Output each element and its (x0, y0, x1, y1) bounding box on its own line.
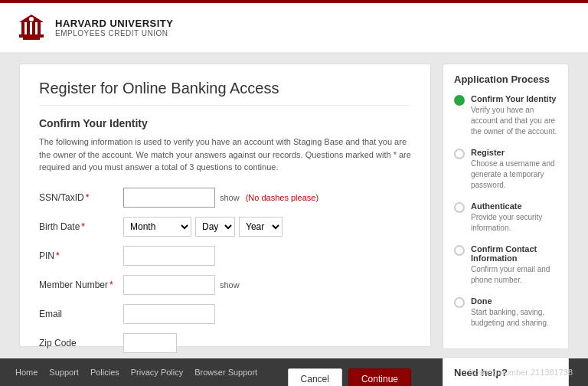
step-dot-2 (454, 149, 465, 159)
harvard-logo-icon (15, 11, 47, 44)
member-number-label: Member Number* (39, 280, 123, 290)
member-number-show-link[interactable]: show (220, 280, 240, 290)
ssn-row: SSN/TaxID* show (No dashes please) (39, 188, 411, 208)
logo-text: HARVARD UNIVERSITY EMPLOYEES CREDIT UNIO… (55, 18, 173, 38)
zip-row: Zip Code (39, 333, 411, 353)
month-select[interactable]: Month JanuaryFebruaryMarch AprilMayJune … (123, 217, 191, 237)
step-title-5: Done (471, 296, 557, 306)
routing-number: Routing number 211381738 (469, 368, 573, 377)
step-title-1: Confirm Your Identity (471, 94, 557, 103)
step-content-5: Done Start banking, saving, budgeting an… (471, 296, 557, 329)
main-area: Register for Online Banking Access Confi… (0, 52, 588, 358)
footer-home[interactable]: Home (15, 368, 38, 377)
step-desc-5: Start banking, saving, budgeting and sha… (471, 307, 557, 329)
birthdate-label: Birth Date* (39, 221, 123, 232)
zip-input[interactable] (123, 333, 177, 353)
zip-label: Zip Code (39, 338, 123, 348)
svg-rect-6 (23, 38, 40, 40)
step-desc-1: Verify you have an account and that you … (471, 105, 557, 137)
step-dot-3 (454, 202, 465, 213)
application-process-section: Application Process Confirm Your Identit… (443, 64, 569, 349)
footer-support[interactable]: Support (49, 368, 79, 377)
logo-line1: HARVARD UNIVERSITY (55, 18, 173, 29)
ssn-label: SSN/TaxID* (39, 192, 123, 203)
birthdate-row: Birth Date* Month JanuaryFebruaryMarch A… (39, 217, 411, 237)
application-process-title: Application Process (454, 74, 557, 85)
step-content-2: Register Choose a username and generate … (471, 148, 557, 191)
pin-label: PIN* (39, 250, 123, 261)
ssn-show-link[interactable]: show (220, 193, 240, 202)
continue-button[interactable]: Continue (348, 368, 411, 387)
svg-rect-3 (32, 22, 35, 34)
logo-line2: EMPLOYEES CREDIT UNION (55, 29, 173, 38)
step-authenticate: Authenticate Provide your security infor… (454, 201, 557, 234)
step-contact-info: Confirm Contact Information Confirm your… (454, 244, 557, 286)
svg-rect-2 (27, 22, 30, 34)
svg-point-7 (29, 17, 34, 21)
step-content-1: Confirm Your Identity Verify you have an… (471, 94, 557, 137)
step-register: Register Choose a username and generate … (454, 148, 557, 191)
member-number-row: Member Number* show (39, 275, 411, 295)
step-content-3: Authenticate Provide your security infor… (471, 201, 557, 234)
pin-row: PIN* (39, 246, 411, 266)
sidebar: Application Process Confirm Your Identit… (443, 64, 569, 347)
step-done: Done Start banking, saving, budgeting an… (454, 296, 557, 329)
step-title-3: Authenticate (471, 201, 557, 211)
ssn-input[interactable] (123, 188, 215, 208)
header: HARVARD UNIVERSITY EMPLOYEES CREDIT UNIO… (0, 0, 588, 52)
form-description: The following information is used to ver… (39, 136, 411, 174)
step-dot-1 (454, 95, 465, 106)
step-title-2: Register (471, 148, 557, 157)
email-input[interactable] (123, 304, 215, 324)
footer-policies[interactable]: Policies (90, 368, 119, 377)
member-number-input[interactable] (123, 275, 215, 295)
step-dot-5 (454, 297, 465, 308)
ssn-hint: (No dashes please) (246, 193, 318, 202)
footer-browser-support[interactable]: Browser Support (194, 368, 257, 377)
email-row: Email (39, 304, 411, 324)
email-label: Email (39, 309, 123, 319)
step-desc-2: Choose a username and generate a tempora… (471, 159, 557, 191)
cancel-button[interactable]: Cancel (288, 368, 342, 387)
year-select[interactable]: Year 202420232010 200019901980 197019601… (239, 217, 283, 237)
section-title: Confirm Your Identity (39, 117, 411, 129)
date-selects: Month JanuaryFebruaryMarch AprilMayJune … (123, 217, 283, 237)
pin-input[interactable] (123, 246, 215, 266)
svg-rect-0 (19, 34, 44, 38)
step-desc-3: Provide your security information. (471, 212, 557, 234)
day-select[interactable]: Day 12345 678910 1112131415 1617181920 2… (195, 217, 235, 237)
footer-privacy-policy[interactable]: Privacy Policy (131, 368, 183, 377)
svg-rect-1 (21, 22, 24, 34)
form-panel: Register for Online Banking Access Confi… (19, 64, 431, 347)
step-desc-4: Confirm your email and phone number. (471, 264, 557, 286)
page-title: Register for Online Banking Access (39, 80, 411, 106)
footer-links: Home Support Policies Privacy Policy Bro… (15, 368, 257, 377)
svg-rect-4 (38, 22, 41, 34)
step-dot-4 (454, 245, 465, 256)
step-title-4: Confirm Contact Information (471, 244, 557, 263)
step-content-4: Confirm Contact Information Confirm your… (471, 244, 557, 286)
step-confirm-identity: Confirm Your Identity Verify you have an… (454, 94, 557, 137)
